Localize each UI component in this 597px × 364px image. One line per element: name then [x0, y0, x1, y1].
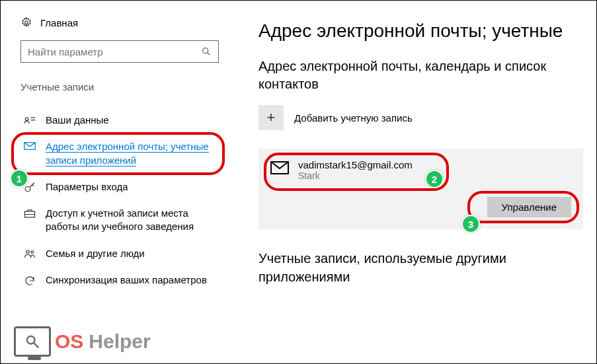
- mail-icon: [23, 141, 36, 151]
- plus-icon: +: [259, 105, 284, 130]
- annotation-badge-2: 2: [425, 170, 444, 188]
- sidebar-item-sync[interactable]: Синхронизация ваших параметров: [20, 267, 222, 293]
- sidebar-item-label: Доступ к учетной записи места работы или…: [46, 207, 219, 234]
- watermark: OS Helper: [14, 326, 151, 357]
- svg-point-1: [203, 48, 208, 54]
- search-field[interactable]: [28, 46, 201, 57]
- gear-icon: [20, 17, 32, 28]
- sidebar-item-label: Ваши данные: [46, 114, 109, 127]
- person-card-icon: [23, 115, 36, 124]
- account-email: vadimstark15@gmail.com: [298, 159, 413, 170]
- sidebar-item-label: Синхронизация ваших параметров: [46, 273, 207, 287]
- svg-line-2: [208, 53, 210, 55]
- account-name: Stark: [298, 170, 413, 181]
- svg-point-7: [25, 186, 30, 192]
- briefcase-icon: [23, 208, 36, 219]
- monitor-icon: [14, 326, 51, 357]
- svg-point-3: [25, 118, 28, 121]
- annotation-badge-3: 3: [461, 215, 480, 233]
- section-title-accounts: Учетные записи: [20, 81, 235, 92]
- sidebar-item-label: Параметры входа: [46, 180, 128, 194]
- envelope-icon: [270, 161, 289, 174]
- svg-line-13: [34, 343, 38, 347]
- watermark-os: OS: [55, 330, 83, 353]
- sidebar-item-signin-options[interactable]: Параметры входа: [20, 174, 222, 200]
- sync-icon: [23, 275, 36, 287]
- svg-point-10: [31, 250, 34, 253]
- sidebar-item-work-access[interactable]: Доступ к учетной записи места работы или…: [20, 200, 222, 240]
- svg-point-9: [26, 250, 30, 253]
- svg-point-12: [27, 336, 35, 344]
- sidebar-item-email-accounts[interactable]: Адрес электронной почты; учетные записи …: [20, 133, 222, 174]
- page-title: Адрес электронной почты; учетные: [259, 20, 583, 42]
- manage-button[interactable]: Управление: [487, 197, 571, 217]
- watermark-helper: Helper: [89, 330, 150, 353]
- home-label: Главная: [40, 17, 78, 28]
- sidebar-item-your-info[interactable]: Ваши данные: [20, 107, 222, 133]
- sidebar-item-label: Адрес электронной почты; учетные записи …: [46, 140, 219, 167]
- annotation-badge-1: 1: [10, 169, 28, 188]
- svg-point-0: [25, 21, 28, 24]
- search-input[interactable]: [20, 40, 219, 63]
- sidebar-item-family[interactable]: Семья и другие люди: [20, 240, 222, 267]
- account-block[interactable]: vadimstark15@gmail.com Stark Управление: [259, 149, 583, 229]
- sidebar-item-label: Семья и другие люди: [46, 247, 145, 260]
- people-icon: [23, 248, 36, 259]
- account-row[interactable]: vadimstark15@gmail.com Stark: [270, 159, 442, 181]
- add-account-label: Добавить учетную запись: [294, 112, 413, 124]
- section-heading-other-apps: Учетные записи, используемые другими при…: [259, 249, 583, 286]
- add-account-row[interactable]: + Добавить учетную запись: [259, 105, 583, 130]
- section-heading-email: Адрес электронной почты, календарь и спи…: [259, 57, 583, 93]
- home-link[interactable]: Главная: [20, 17, 235, 28]
- search-icon: [201, 46, 212, 57]
